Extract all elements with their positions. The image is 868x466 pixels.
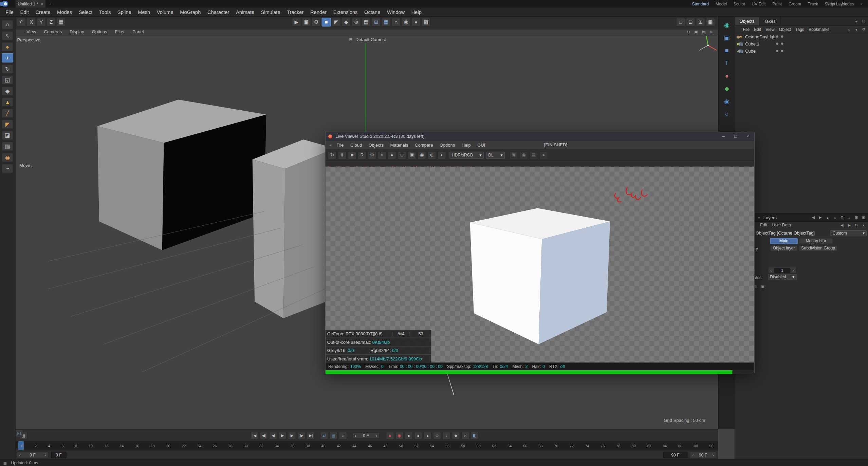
layout-item[interactable]: Sculpt	[731, 1, 747, 6]
menu-item[interactable]: Create	[32, 9, 54, 15]
objects-menu-item[interactable]: File	[741, 27, 752, 32]
menu-item[interactable]: Spline	[114, 9, 134, 15]
scale-tool-icon[interactable]: ◱	[2, 75, 13, 85]
preset-dropdown[interactable]: Custom ▾	[830, 230, 867, 236]
magnet-button[interactable]: ∩	[461, 432, 469, 440]
render-priority-icon[interactable]: ●	[387, 151, 396, 159]
new-layout-button[interactable]: New Layout...	[824, 1, 855, 6]
layout-split-view-icon[interactable]: ⊟	[686, 18, 695, 26]
transform-tool-icon[interactable]: ◆	[2, 86, 13, 96]
text-tool-icon[interactable]: T	[721, 58, 733, 68]
octane-manager-icon[interactable]: ◉	[721, 20, 733, 30]
menu-item[interactable]: Octane	[361, 9, 384, 15]
lock-y-button[interactable]: Y	[37, 18, 46, 26]
live-viewer-menu-item[interactable]: Cloud	[347, 143, 365, 148]
layout-item[interactable]: UV Edit	[749, 1, 769, 6]
menu-item[interactable]: Window	[384, 9, 408, 15]
rotate-tool-icon[interactable]: ↻	[2, 64, 13, 74]
layout-item[interactable]: Track	[805, 1, 820, 6]
render-region-icon[interactable]: ◉	[401, 18, 411, 26]
back-icon[interactable]: ◀	[810, 215, 816, 220]
magnifier-icon[interactable]: ○	[2, 20, 13, 30]
axis-gizmo[interactable]	[699, 36, 717, 50]
menu-item[interactable]: Extensions	[330, 9, 361, 15]
coordinate-system-icon[interactable]: ▦	[56, 18, 66, 26]
axis-mode-icon[interactable]: ⊕	[351, 18, 361, 26]
timeline-ruler[interactable]: 0246810121416182022242628303234363840424…	[15, 441, 718, 450]
tab-object-layer[interactable]: Object layer	[770, 245, 798, 251]
render-viewport[interactable]: GeForce RTX 3080[DT][8.6] %4 53 Out-of-c…	[326, 167, 754, 362]
bevel-tool-icon[interactable]: ◪	[2, 131, 13, 140]
keyframe-bar-button[interactable]: ▤	[329, 432, 337, 440]
record-keyframe-button[interactable]: ●	[386, 432, 394, 440]
current-frame-spinner[interactable]: ‹ 0 F ›	[352, 432, 380, 439]
layer-icon[interactable]: ▣	[760, 284, 765, 290]
clay-mode-icon[interactable]: ●	[539, 151, 548, 159]
phong-tag-icon[interactable]: ◑	[735, 41, 741, 47]
visibility-dot[interactable]	[776, 50, 778, 52]
viewport-menu-item[interactable]: Display	[66, 29, 88, 34]
reset-icon[interactable]: R	[357, 151, 366, 159]
coordinates-manager-icon[interactable]: ○	[721, 109, 733, 119]
viewport-menu-item[interactable]: View	[23, 29, 40, 34]
vp-sync-icon[interactable]: ⊙	[685, 29, 691, 35]
lock-z-button[interactable]: Z	[47, 18, 56, 26]
range-start-increment[interactable]: ›	[43, 452, 48, 458]
tab-user-data[interactable]: User Data	[770, 223, 793, 228]
vp-options-icon[interactable]: ⊞	[708, 29, 715, 35]
tab-subdivision-group[interactable]: Subdivision Group	[799, 245, 837, 251]
visibility-dot[interactable]	[776, 43, 778, 45]
tab-geometry-fragment[interactable]: ry	[755, 246, 758, 251]
paint-selection-icon[interactable]: ●	[2, 42, 13, 52]
sound-button[interactable]: ♪	[339, 432, 347, 440]
layout-item[interactable]: Standard	[689, 1, 712, 6]
target-tag-icon[interactable]: ⊕	[735, 34, 741, 40]
loop-cut-icon[interactable]: ▥	[2, 142, 13, 151]
grid-icon[interactable]: ⊞	[854, 215, 859, 220]
param-value[interactable]: 1	[774, 267, 791, 273]
record-parameter-button[interactable]: ◇	[433, 432, 441, 440]
loop-mode-button[interactable]: ⇄	[320, 432, 328, 440]
phong-tag-icon[interactable]: ◑	[735, 48, 741, 54]
menu-item[interactable]: Tools	[96, 9, 114, 15]
menu-item[interactable]: Mesh	[134, 9, 153, 15]
settings-gear-icon[interactable]: ⚙	[368, 151, 376, 159]
undo-icon[interactable]: ↶	[17, 18, 26, 26]
frame-increment[interactable]: ›	[374, 433, 379, 438]
hamburger-icon[interactable]: ≡	[328, 142, 333, 148]
layout-single-view-icon[interactable]: □	[676, 18, 685, 26]
live-selection-icon[interactable]: ↖	[2, 31, 13, 40]
restart-render-icon[interactable]: ↻	[328, 151, 336, 159]
nav-back-icon[interactable]: ◀	[839, 222, 845, 228]
document-tab[interactable]: Untitled 1 * ×	[16, 0, 46, 8]
sphere-manager-icon[interactable]: ◉	[721, 96, 733, 106]
keyframe-selection-button[interactable]: ◆	[452, 432, 460, 440]
live-viewer-menu-item[interactable]: Materials	[387, 143, 411, 148]
record-scale-button[interactable]: ●	[414, 432, 422, 440]
history-icon[interactable]: ↻	[854, 222, 859, 228]
visibility-dot[interactable]	[781, 43, 783, 45]
goto-end-button[interactable]: ▶|	[307, 432, 315, 440]
camera-lock-icon[interactable]: ▣	[509, 151, 518, 159]
menu-item[interactable]: Animate	[233, 9, 257, 15]
close-button[interactable]: ×	[742, 132, 754, 141]
white-balance-icon[interactable]: ◐	[437, 151, 446, 159]
menu-item[interactable]: Select	[75, 9, 96, 15]
live-viewer-menu-item[interactable]: Objects	[365, 143, 387, 148]
layers-menu-icon[interactable]: ≡	[756, 215, 762, 220]
kernel-dropdown[interactable]: DL ▾	[486, 151, 505, 159]
pick-focus-icon[interactable]: ⊕	[427, 151, 436, 159]
region-render-icon[interactable]: □	[398, 151, 406, 159]
object-row-cube1[interactable]: ▧ Cube.1 ✓ ■ ◑	[735, 40, 868, 48]
play-button[interactable]: ▶	[278, 432, 287, 440]
maximize-button[interactable]: □	[730, 132, 742, 141]
live-viewer-menu-item[interactable]: GUI	[474, 143, 488, 148]
prev-key-button[interactable]: ◀|	[260, 432, 268, 440]
tab-takes[interactable]: Takes	[760, 17, 781, 25]
next-frame-button[interactable]: ▶	[288, 432, 296, 440]
tab-edit[interactable]: Edit	[758, 223, 769, 228]
extrude-tool-icon[interactable]: ▲	[2, 97, 13, 107]
material-manager-icon[interactable]: ●	[411, 18, 421, 26]
render-settings-icon[interactable]: ⚙	[312, 18, 321, 26]
record-position-button[interactable]: ●	[405, 432, 413, 440]
